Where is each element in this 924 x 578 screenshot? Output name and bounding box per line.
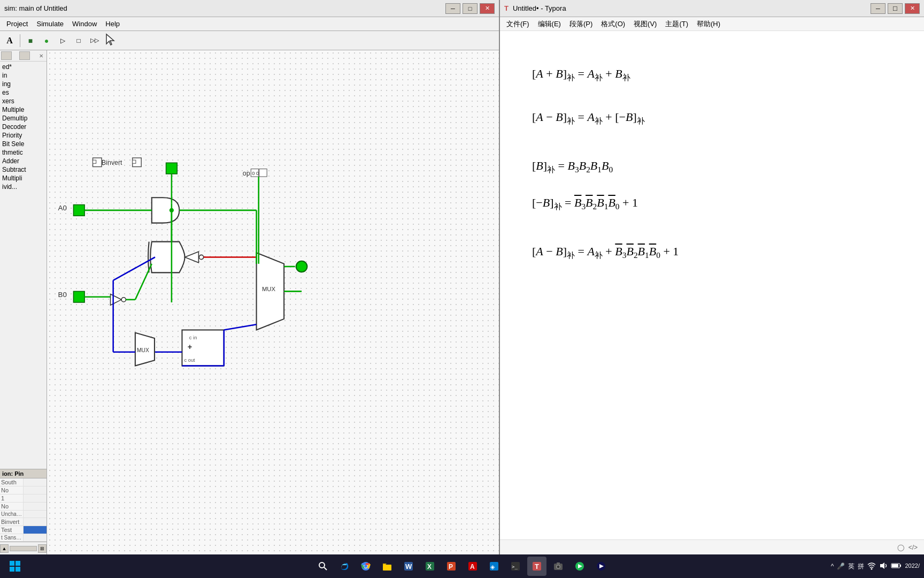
- toolbar-fastforward-tool[interactable]: ▷▷: [87, 33, 102, 48]
- pin-tr: [133, 160, 136, 163]
- equation-5: [A − B]补 = A补 + B3B2B1B0 + 1: [532, 241, 892, 263]
- svg-rect-36: [900, 565, 901, 567]
- taskbar-media2[interactable]: [591, 557, 611, 576]
- typora-menu-edit[interactable]: 编辑(E): [534, 18, 565, 30]
- svg-point-27: [557, 566, 560, 568]
- sidebar-expand-btn[interactable]: [1, 51, 12, 60]
- taskbar-search[interactable]: [313, 557, 333, 576]
- logisim-sidebar: ✕ ed* in ing es xers Multiple Demultip D…: [0, 50, 47, 554]
- sidebar-item-thmetic[interactable]: thmetic: [1, 148, 45, 157]
- not-bubble: [121, 298, 126, 302]
- menu-project[interactable]: Project: [2, 19, 32, 29]
- typora-editor-content[interactable]: [A + B]补 = A补 + B补 [A − B]补 = A补 + [−B]补: [500, 31, 924, 539]
- tray-expand[interactable]: ^: [831, 562, 834, 570]
- menu-window[interactable]: Window: [68, 19, 101, 29]
- taskbar-chrome[interactable]: [356, 557, 375, 576]
- taskbar-acrobat[interactable]: A: [463, 557, 482, 576]
- start-button[interactable]: [4, 556, 26, 577]
- menu-help[interactable]: Help: [101, 19, 124, 29]
- prop-val-no2: [24, 503, 47, 510]
- a0-label: A0: [58, 204, 67, 212]
- typora-close-button[interactable]: ✕: [905, 3, 920, 14]
- sidebar-item-es[interactable]: es: [1, 88, 45, 97]
- tray-battery: [891, 562, 902, 571]
- sidebar-close-button[interactable]: ✕: [37, 51, 45, 60]
- logisim-content: ✕ ed* in ing es xers Multiple Demultip D…: [0, 50, 499, 554]
- circuit-canvas[interactable]: Binvert op 0 0 A0 B0: [47, 50, 499, 554]
- not-gate: [111, 294, 122, 306]
- tray-ime-en[interactable]: 英: [848, 562, 854, 571]
- tray-wifi[interactable]: [867, 561, 876, 572]
- sidebar-item-in[interactable]: in: [1, 71, 45, 80]
- prop-val-test: [24, 526, 47, 534]
- tray-volume[interactable]: [879, 561, 888, 572]
- toolbar-circle-tool[interactable]: ●: [39, 33, 54, 48]
- properties-panel: ion: Pin South No 1: [0, 469, 47, 542]
- sidebar-item-decoder[interactable]: Decoder: [1, 123, 45, 131]
- taskbar-terminal[interactable]: >_: [506, 557, 525, 576]
- svg-text:◈: ◈: [490, 564, 495, 570]
- sidebar-item-ing[interactable]: ing: [1, 80, 45, 88]
- taskbar-explorer[interactable]: [378, 557, 397, 576]
- prop-val-unchanged: [24, 511, 47, 518]
- prop-row-1: 1: [0, 495, 47, 503]
- b0-label: B0: [58, 291, 67, 299]
- taskbar-vscode[interactable]: ◈: [484, 557, 504, 576]
- taskbar-edge[interactable]: [335, 557, 354, 576]
- typora-menu-format[interactable]: 格式(O): [597, 18, 629, 30]
- typora-menu-help[interactable]: 帮助(H): [692, 18, 725, 30]
- scroll-up-btn[interactable]: ▲: [0, 544, 9, 553]
- typora-restore-button[interactable]: □: [888, 3, 903, 14]
- toolbar-play-tool[interactable]: ▷: [55, 33, 70, 48]
- scroll-grid-btn[interactable]: ⊞: [38, 544, 47, 553]
- sidebar-scrollbar[interactable]: ▲ ⊞: [0, 542, 47, 554]
- sidebar-item-ed[interactable]: ed*: [1, 63, 45, 71]
- taskbar: W X P A: [0, 554, 924, 578]
- op-label: op: [243, 170, 250, 177]
- tray-ime-cn[interactable]: 拼: [858, 562, 864, 571]
- logisim-close-button[interactable]: ✕: [480, 3, 495, 14]
- tri-gate: [185, 252, 199, 263]
- logisim-minimize-button[interactable]: ─: [445, 3, 460, 14]
- taskbar-typora[interactable]: T: [527, 557, 546, 576]
- eq1-text: [A + B]补 = A补 + B补: [532, 63, 630, 85]
- taskbar-media1[interactable]: [570, 557, 589, 576]
- sidebar-item-xers[interactable]: xers: [1, 97, 45, 105]
- svg-rect-28: [557, 562, 560, 564]
- typora-menu-theme[interactable]: 主题(T): [661, 18, 692, 30]
- sidebar-item-subtract[interactable]: Subtract: [1, 165, 45, 174]
- logisim-maximize-button[interactable]: □: [463, 3, 478, 14]
- taskbar-app-icons: W X P A: [313, 557, 611, 576]
- scroll-track[interactable]: [10, 546, 37, 551]
- typora-menu-view[interactable]: 视图(V): [629, 18, 661, 30]
- taskbar-powerpoint[interactable]: P: [442, 557, 461, 576]
- sidebar-item-demultip[interactable]: Demultip: [1, 114, 45, 123]
- sidebar-item-priority[interactable]: Priority: [1, 131, 45, 140]
- math-equations: [A + B]补 = A补 + B补 [A − B]补 = A补 + [−B]补: [532, 63, 892, 263]
- sidebar-item-divid[interactable]: ivid...: [1, 182, 45, 191]
- prop-key-test: Test: [0, 526, 24, 534]
- taskbar-word[interactable]: W: [399, 557, 418, 576]
- svg-text:>_: >_: [512, 564, 518, 569]
- sidebar-item-bitsele[interactable]: Bit Sele: [1, 140, 45, 148]
- sidebar-view-btn[interactable]: [19, 51, 30, 60]
- typora-menu-file[interactable]: 文件(F): [502, 18, 534, 30]
- prop-row-test[interactable]: Test: [0, 526, 47, 534]
- mux-large-label: MUX: [262, 286, 276, 292]
- sidebar-item-multiple[interactable]: Multiple: [1, 105, 45, 114]
- menu-simulate[interactable]: Simulate: [32, 19, 68, 29]
- taskbar-camera[interactable]: [549, 557, 568, 576]
- toolbar-text-tool[interactable]: A: [2, 33, 17, 48]
- typora-minimize-button[interactable]: ─: [871, 3, 886, 14]
- status-code[interactable]: </>: [908, 544, 918, 551]
- typora-menu-paragraph[interactable]: 段落(P): [565, 18, 597, 30]
- sidebar-item-multipli[interactable]: Multipli: [1, 174, 45, 182]
- typora-status-bar: ◯ </>: [500, 539, 924, 554]
- typora-app-icon: T: [504, 4, 509, 12]
- or-gate-curve: [148, 242, 149, 273]
- prop-row-no1: No: [0, 486, 47, 495]
- taskbar-excel[interactable]: X: [420, 557, 440, 576]
- sidebar-item-adder[interactable]: Adder: [1, 157, 45, 165]
- toolbar-rect-tool[interactable]: ■: [23, 33, 38, 48]
- toolbar-step-tool[interactable]: □: [71, 33, 86, 48]
